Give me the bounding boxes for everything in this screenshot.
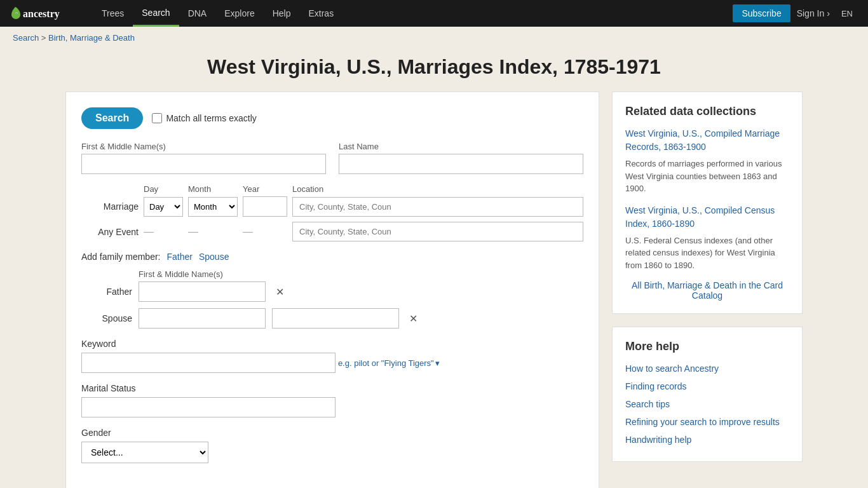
nav-dna[interactable]: DNA bbox=[179, 0, 216, 27]
svg-text:ancestry: ancestry bbox=[23, 8, 60, 20]
family-section: Add family member: Father Spouse First &… bbox=[81, 252, 583, 329]
main-nav: ancestry Trees Search DNA Explore Help E… bbox=[0, 0, 868, 27]
marriage-year-input[interactable] bbox=[243, 196, 287, 217]
last-name-label: Last Name bbox=[339, 142, 583, 151]
first-name-input[interactable] bbox=[81, 154, 326, 174]
nav-help[interactable]: Help bbox=[264, 0, 300, 27]
keyword-label: Keyword bbox=[81, 339, 583, 349]
father-close-button[interactable]: ✕ bbox=[272, 285, 288, 299]
related-collections-card: Related data collections West Virginia, … bbox=[612, 92, 803, 314]
family-first-name-header: First & Middle Name(s) bbox=[139, 269, 223, 279]
help-link-3[interactable]: Refining your search to improve results bbox=[625, 413, 789, 431]
first-name-label: First & Middle Name(s) bbox=[81, 142, 326, 151]
keyword-hint[interactable]: e.g. pilot or "Flying Tigers" ▾ bbox=[338, 358, 440, 368]
nav-explore[interactable]: Explore bbox=[215, 0, 263, 27]
father-row: Father ✕ bbox=[81, 281, 583, 302]
day-header: Day bbox=[144, 184, 183, 194]
logo[interactable]: ancestry bbox=[10, 4, 80, 22]
nav-extras[interactable]: Extras bbox=[299, 0, 342, 27]
more-help-title: More help bbox=[625, 340, 789, 353]
any-event-label: Any Event bbox=[81, 227, 139, 237]
search-form-panel: Search Match all terms exactly First & M… bbox=[65, 92, 599, 488]
help-link-0[interactable]: How to search Ancestry bbox=[625, 360, 789, 377]
breadcrumb-separator: > bbox=[41, 33, 48, 43]
event-section: Day Month Year Location Marriage Day1234… bbox=[81, 184, 583, 241]
nav-search[interactable]: Search bbox=[133, 0, 179, 27]
spouse-close-button[interactable]: ✕ bbox=[405, 311, 421, 326]
add-father-link[interactable]: Father bbox=[166, 252, 192, 262]
signin-button[interactable]: Sign In › bbox=[797, 8, 830, 18]
gender-section: Gender Select...MaleFemale bbox=[81, 428, 583, 463]
marriage-row: Marriage Day1234567891011121314151617181… bbox=[81, 196, 583, 217]
any-event-day-dash: — bbox=[144, 226, 183, 238]
month-header: Month bbox=[188, 184, 238, 194]
all-birth-link[interactable]: All Birth, Marriage & Death in the Card … bbox=[625, 280, 789, 301]
match-exactly-text: Match all terms exactly bbox=[166, 113, 256, 123]
more-help-card: More help How to search Ancestry Finding… bbox=[612, 327, 803, 462]
breadcrumb-section-link[interactable]: Birth, Marriage & Death bbox=[48, 33, 135, 43]
nav-trees[interactable]: Trees bbox=[93, 0, 133, 27]
marital-status-label: Marital Status bbox=[81, 383, 583, 393]
last-name-input[interactable] bbox=[339, 154, 583, 174]
gender-label: Gender bbox=[81, 428, 583, 438]
match-exactly-checkbox[interactable] bbox=[152, 113, 162, 123]
marriage-month-select[interactable]: MonthJanFebMarAprMayJunJulAugSepOctNovDe… bbox=[188, 197, 238, 217]
spouse-last-name-input[interactable] bbox=[272, 308, 399, 329]
form-top: Search Match all terms exactly bbox=[81, 107, 583, 129]
any-event-year-dash: — bbox=[243, 226, 287, 238]
help-link-4[interactable]: Handwriting help bbox=[625, 431, 789, 449]
add-spouse-link[interactable]: Spouse bbox=[199, 252, 229, 262]
related-collections-title: Related data collections bbox=[625, 105, 789, 118]
related-link-1[interactable]: West Virginia, U.S., Compiled Census Ind… bbox=[625, 205, 775, 229]
match-exactly-label[interactable]: Match all terms exactly bbox=[152, 113, 256, 123]
page-title: West Virginia, U.S., Marriages Index, 17… bbox=[0, 49, 868, 92]
add-family-label: Add family member: bbox=[81, 252, 160, 262]
marriage-location-input[interactable] bbox=[292, 197, 583, 217]
location-header: Location bbox=[292, 184, 323, 194]
any-event-month-dash: — bbox=[188, 226, 238, 238]
any-event-location-input[interactable] bbox=[292, 222, 583, 241]
spouse-first-name-input[interactable] bbox=[139, 308, 266, 329]
sidebar: Related data collections West Virginia, … bbox=[612, 92, 803, 488]
help-link-1[interactable]: Finding records bbox=[625, 377, 789, 395]
any-event-row: Any Event — — — bbox=[81, 222, 583, 241]
breadcrumb: Search > Birth, Marriage & Death bbox=[0, 27, 868, 49]
family-names-header: First & Middle Name(s) bbox=[81, 269, 583, 279]
related-desc-0: Records of marriages performed in variou… bbox=[625, 158, 789, 195]
search-button[interactable]: Search bbox=[81, 107, 143, 129]
family-header: Add family member: Father Spouse bbox=[81, 252, 583, 262]
marital-status-section: Marital Status bbox=[81, 383, 583, 417]
related-desc-1: U.S. Federal Census indexes (and other r… bbox=[625, 234, 789, 272]
name-row: First & Middle Name(s) Last Name bbox=[81, 142, 583, 174]
father-label: Father bbox=[81, 287, 132, 297]
language-selector[interactable]: EN bbox=[836, 9, 858, 18]
keyword-section: Keyword e.g. pilot or "Flying Tigers" ▾ bbox=[81, 339, 583, 373]
gender-select[interactable]: Select...MaleFemale bbox=[81, 442, 208, 463]
main-layout: Search Match all terms exactly First & M… bbox=[53, 92, 815, 488]
help-link-2[interactable]: Search tips bbox=[625, 395, 789, 413]
father-name-input[interactable] bbox=[139, 281, 266, 302]
spouse-row: Spouse ✕ bbox=[81, 308, 583, 329]
marriage-label: Marriage bbox=[81, 201, 139, 212]
marriage-day-select[interactable]: Day1234567891011121314151617181920212223… bbox=[144, 197, 183, 217]
year-header: Year bbox=[243, 184, 287, 194]
event-headers: Day Month Year Location bbox=[81, 184, 583, 194]
breadcrumb-search-link[interactable]: Search bbox=[13, 33, 39, 43]
nav-right: Subscribe Sign In › EN bbox=[733, 4, 858, 22]
marital-status-input[interactable] bbox=[81, 397, 336, 417]
keyword-input[interactable] bbox=[81, 353, 336, 373]
related-link-0[interactable]: West Virginia, U.S., Compiled Marriage R… bbox=[625, 128, 780, 152]
first-name-group: First & Middle Name(s) bbox=[81, 142, 326, 174]
subscribe-button[interactable]: Subscribe bbox=[733, 4, 790, 22]
last-name-group: Last Name bbox=[339, 142, 583, 174]
chevron-down-icon: ▾ bbox=[435, 358, 440, 368]
spouse-label: Spouse bbox=[81, 313, 132, 323]
